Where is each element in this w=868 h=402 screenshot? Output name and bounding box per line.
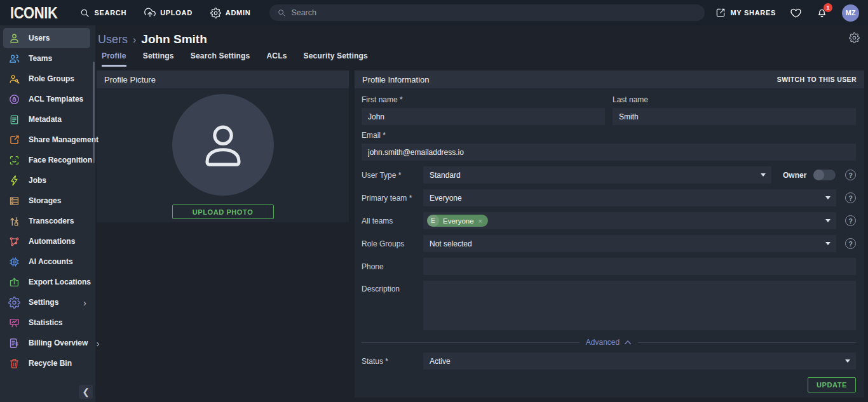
last-name-label: Last name xyxy=(613,95,856,104)
profile-picture-header: Profile Picture xyxy=(97,70,349,88)
page-title: John Smith xyxy=(141,31,207,48)
tab-security-settings[interactable]: Security Settings xyxy=(304,51,368,67)
sidebar-item-teams[interactable]: Teams xyxy=(0,48,95,69)
sidebar-item-share-management[interactable]: Share Management xyxy=(0,130,95,150)
all-teams-select[interactable]: E Everyone × xyxy=(423,212,836,229)
share-export-icon xyxy=(715,7,726,18)
breadcrumb-users-link[interactable]: Users xyxy=(98,31,128,48)
server-icon xyxy=(8,195,20,207)
sidebar-item-metadata[interactable]: Metadata xyxy=(0,109,95,130)
sidebar-item-acl-templates[interactable]: ACL Templates xyxy=(0,89,95,109)
user-detail-tabs: Profile Settings Search Settings ACLs Se… xyxy=(102,51,868,67)
search-input[interactable] xyxy=(291,8,696,17)
breadcrumb: Users › John Smith xyxy=(98,31,868,48)
sidebar-item-settings[interactable]: Settings › xyxy=(0,292,95,312)
toggle-knob xyxy=(813,170,824,180)
my-shares-button[interactable]: MY SHARES xyxy=(715,7,776,18)
team-chip-everyone: E Everyone × xyxy=(427,215,488,227)
search-nav-label: SEARCH xyxy=(95,9,127,17)
advanced-label[interactable]: Advanced xyxy=(586,338,620,347)
role-groups-icon xyxy=(8,73,20,85)
search-nav-button[interactable]: SEARCH xyxy=(79,8,127,18)
tab-acls[interactable]: ACLs xyxy=(266,51,287,67)
sidebar-item-face-recognition[interactable]: Face Recognition xyxy=(0,150,95,170)
sidebar-item-billing-overview[interactable]: $ Billing Overview › xyxy=(0,333,95,353)
top-bar: ICONIK SEARCH UPLOAD ADMIN MY SHARES xyxy=(0,0,868,25)
upload-photo-button[interactable]: UPLOAD PHOTO xyxy=(172,204,274,219)
chart-board-icon xyxy=(8,317,20,329)
teams-icon xyxy=(8,53,20,65)
acl-lock-icon xyxy=(8,93,20,105)
breadcrumb-separator: › xyxy=(133,32,136,48)
user-avatar[interactable]: MZ xyxy=(842,4,859,22)
favorites-heart-icon[interactable] xyxy=(790,7,802,19)
first-name-label: First name * xyxy=(362,95,605,104)
sidebar-item-statistics[interactable]: Statistics xyxy=(0,312,95,333)
update-button[interactable]: UPDATE xyxy=(808,377,856,392)
description-field[interactable] xyxy=(423,281,856,330)
chevron-down-icon xyxy=(825,219,831,222)
chevron-down-icon xyxy=(825,242,831,245)
sidebar-item-recycle-bin[interactable]: Recycle Bin xyxy=(0,353,95,373)
svg-text:$: $ xyxy=(15,341,18,347)
notifications-bell-icon[interactable]: 1 xyxy=(816,7,828,19)
search-icon xyxy=(79,8,90,18)
sidebar-collapse-button[interactable]: ❮ xyxy=(79,385,93,399)
sidebar-item-role-groups[interactable]: Role Groups xyxy=(0,69,95,89)
primary-team-select[interactable]: Everyone xyxy=(423,189,836,206)
role-groups-select[interactable]: Not selected xyxy=(423,235,836,252)
upload-nav-label: UPLOAD xyxy=(160,9,193,17)
status-label: Status * xyxy=(362,357,423,366)
profile-information-title: Profile Information xyxy=(362,75,430,84)
sidebar-item-ai-accounts[interactable]: AI Accounts xyxy=(0,251,95,272)
all-teams-help-icon[interactable]: ? xyxy=(845,215,856,226)
tab-search-settings[interactable]: Search Settings xyxy=(191,51,250,67)
chevron-down-icon xyxy=(825,196,831,199)
sidebar-item-automations[interactable]: Automations xyxy=(0,231,95,251)
upload-nav-button[interactable]: UPLOAD xyxy=(144,7,193,18)
global-search-bar[interactable] xyxy=(269,4,704,21)
primary-team-help-icon[interactable]: ? xyxy=(845,192,856,203)
sidebar-item-storages[interactable]: Storages xyxy=(0,191,95,211)
trash-icon xyxy=(8,358,20,370)
swap-arrows-icon xyxy=(8,215,20,227)
owner-toggle[interactable] xyxy=(813,170,836,180)
lightning-icon xyxy=(8,175,20,187)
chip-remove-icon[interactable]: × xyxy=(478,217,482,225)
owner-label: Owner xyxy=(783,171,806,180)
admin-nav-button[interactable]: ADMIN xyxy=(210,8,251,18)
profile-information-panel: Profile Information SWITCH TO THIS USER … xyxy=(355,70,864,398)
chevron-down-icon xyxy=(761,173,766,177)
tab-settings[interactable]: Settings xyxy=(143,51,174,67)
upload-cloud-icon xyxy=(144,7,156,18)
workflow-nodes-icon xyxy=(8,236,20,248)
chevron-right-icon: › xyxy=(96,338,99,348)
sidebar-item-jobs[interactable]: Jobs xyxy=(0,170,95,191)
divider xyxy=(362,342,580,343)
user-type-select[interactable]: Standard xyxy=(423,166,771,184)
switch-to-this-user-button[interactable]: SWITCH TO THIS USER xyxy=(777,76,857,83)
user-type-help-icon[interactable]: ? xyxy=(845,170,856,180)
iconik-logo[interactable]: ICONIK xyxy=(10,4,57,22)
first-name-field[interactable] xyxy=(362,108,605,125)
main-content: Users › John Smith Profile Settings Sear… xyxy=(95,25,868,402)
sidebar-scrollbar[interactable] xyxy=(93,62,95,163)
chevron-up-icon[interactable] xyxy=(624,340,632,345)
sidebar-item-users[interactable]: Users xyxy=(3,28,90,48)
user-type-label: User Type * xyxy=(362,171,423,180)
tab-profile[interactable]: Profile xyxy=(102,51,126,67)
chevron-down-icon xyxy=(845,359,850,363)
phone-field[interactable] xyxy=(423,258,856,275)
last-name-field[interactable] xyxy=(613,108,856,125)
gear-icon xyxy=(210,8,221,18)
profile-avatar-placeholder xyxy=(172,94,274,196)
metadata-document-icon xyxy=(8,114,20,126)
page-settings-gear-icon[interactable] xyxy=(849,32,860,43)
admin-sidebar: Users Teams Role Groups ACL Templates Me… xyxy=(0,25,95,402)
status-select[interactable]: Active xyxy=(423,352,856,370)
role-groups-help-icon[interactable]: ? xyxy=(845,238,856,249)
sidebar-item-transcoders[interactable]: Transcoders xyxy=(0,211,95,231)
divider xyxy=(638,342,856,343)
email-field[interactable] xyxy=(362,144,856,161)
sidebar-item-export-locations[interactable]: Export Locations xyxy=(0,272,95,292)
